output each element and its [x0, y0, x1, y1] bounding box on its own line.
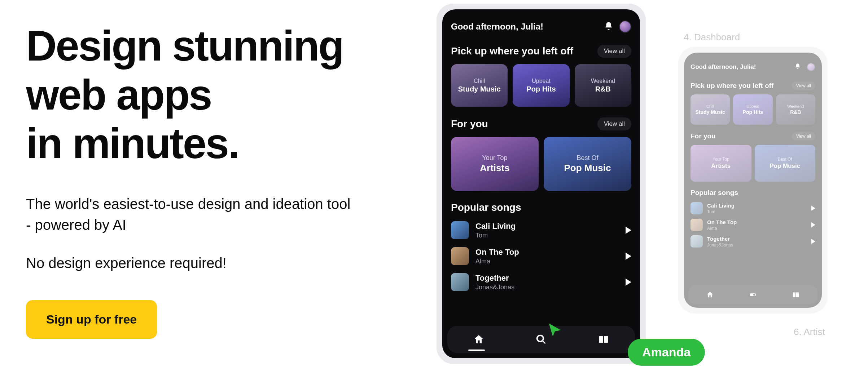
card-line-1: Upbeat — [532, 78, 551, 84]
card-best-of-pop[interactable]: Best Of Pop Music — [544, 137, 631, 191]
card-study-music[interactable]: Chill Study Music — [451, 64, 508, 107]
card-line-2: R&B — [595, 85, 611, 93]
card-your-top-artists: Your Top Artists — [691, 145, 751, 182]
phone-mockups: Good afternoon, Julia! Pick up where you… — [437, 4, 868, 374]
song-thumb — [451, 247, 469, 265]
bell-icon — [794, 63, 801, 71]
song-title: Cali Living — [475, 222, 619, 231]
section-recent-header: Pick up where you left off View all — [451, 45, 631, 58]
song-artist: Alma — [475, 258, 619, 265]
play-icon[interactable] — [626, 253, 631, 260]
avatar[interactable] — [619, 21, 631, 33]
section-foryou-title: For you — [691, 132, 716, 140]
card-your-top-artists[interactable]: Your Top Artists — [451, 137, 539, 191]
song-row[interactable]: Cali Living Tom — [451, 218, 631, 242]
home-icon — [703, 288, 717, 302]
song-artist: Tom — [475, 232, 619, 239]
bell-icon[interactable] — [604, 21, 613, 32]
section-foryou-title: For you — [451, 118, 488, 130]
signup-button[interactable]: Sign up for free — [26, 300, 157, 339]
library-icon[interactable] — [596, 332, 611, 347]
song-artist: Jonas&Jonas — [475, 284, 619, 291]
hero-headline: Design stunning web apps in minutes. — [26, 22, 351, 168]
phone-secondary: Good afternoon, Julia! Pick up where you… — [678, 47, 828, 313]
play-icon[interactable] — [626, 279, 631, 286]
viewall-recent-button: View all — [792, 81, 815, 90]
card-study-music: Chill Study Music — [691, 94, 730, 125]
section-popular-header: Popular songs — [451, 202, 631, 213]
card-rnb[interactable]: Weekend R&B — [575, 64, 631, 107]
svg-point-1 — [753, 294, 755, 296]
headline-line-2: web apps — [26, 71, 211, 119]
bottom-nav — [688, 285, 817, 304]
play-icon[interactable] — [626, 227, 631, 234]
card-rnb: Weekend R&B — [776, 94, 815, 125]
song-artist: Tom — [707, 209, 807, 214]
card-line-2: R&B — [790, 109, 801, 115]
song-row[interactable]: Together Jonas&Jonas — [451, 270, 631, 294]
canvas-label-artist: 6. Artist — [794, 326, 825, 338]
section-popular-title: Popular songs — [691, 189, 738, 197]
card-best-of-pop: Best Of Pop Music — [755, 145, 816, 182]
phone-main-screen: Good afternoon, Julia! Pick up where you… — [442, 9, 640, 358]
song-title: Together — [707, 236, 807, 242]
home-icon[interactable] — [472, 332, 486, 347]
card-line-2: Pop Music — [770, 162, 800, 170]
song-row: Cali Living Tom — [691, 200, 815, 216]
song-thumb — [451, 221, 469, 239]
greeting-text: Good afternoon, Julia! — [451, 22, 543, 32]
collaborator-name: Amanda — [628, 339, 705, 366]
card-line-2: Study Music — [458, 85, 501, 93]
song-row[interactable]: On The Top Alma — [451, 244, 631, 268]
viewall-foryou-button[interactable]: View all — [597, 117, 631, 130]
hero-section: Design stunning web apps in minutes. The… — [26, 22, 351, 339]
card-line-1: Best Of — [577, 154, 598, 162]
viewall-foryou-button: View all — [792, 132, 815, 141]
song-artist: Alma — [707, 226, 807, 231]
card-line-2: Artists — [711, 162, 731, 170]
card-pop-hits[interactable]: Upbeat Pop Hits — [513, 64, 569, 107]
card-line-2: Artists — [480, 162, 509, 174]
songs-list: Cali Living Tom On The Top Alma — [451, 218, 631, 294]
cursor-arrow-icon — [547, 322, 563, 338]
song-row: On The Top Alma — [691, 217, 815, 233]
toggle-icon — [746, 288, 760, 302]
section-recent-title: Pick up where you left off — [451, 45, 573, 57]
play-icon — [811, 206, 815, 211]
song-title: Together — [475, 273, 619, 283]
card-line-1: Weekend — [591, 78, 615, 84]
card-line-1: Your Top — [713, 157, 729, 162]
phone-secondary-screen: Good afternoon, Julia! Pick up where you… — [684, 53, 822, 308]
song-thumb — [691, 219, 703, 231]
song-thumb — [691, 202, 703, 214]
card-line-1: Weekend — [787, 104, 804, 108]
library-icon — [789, 288, 803, 302]
card-line-2: Pop Music — [564, 162, 611, 174]
song-artist: Jonas&Jonas — [707, 242, 807, 248]
card-line-2: Pop Hits — [526, 85, 556, 93]
section-popular-title: Popular songs — [451, 202, 521, 213]
card-line-1: Upbeat — [746, 104, 759, 108]
headline-line-1: Design stunning — [26, 22, 343, 70]
card-line-1: Your Top — [482, 154, 507, 162]
hero-subtext: No design experience required! — [26, 255, 351, 271]
canvas-label-dashboard: 4. Dashboard — [684, 32, 740, 43]
viewall-recent-button[interactable]: View all — [597, 45, 631, 58]
song-thumb — [691, 235, 703, 248]
phone-main: Good afternoon, Julia! Pick up where you… — [437, 4, 646, 364]
song-thumb — [451, 273, 469, 291]
section-recent-title: Pick up where you left off — [691, 82, 773, 90]
phone-header: Good afternoon, Julia! — [451, 19, 631, 34]
play-icon — [811, 222, 815, 227]
recent-cards: Chill Study Music Upbeat Pop Hits Weeken… — [451, 64, 631, 107]
play-icon — [811, 239, 815, 244]
foryou-cards: Your Top Artists Best Of Pop Music — [451, 137, 631, 191]
card-line-1: Chill — [474, 78, 485, 84]
hero-lead: The world's easiest-to-use design and id… — [26, 193, 351, 235]
song-title: On The Top — [707, 219, 807, 225]
card-line-1: Best Of — [778, 157, 792, 162]
nav-active-indicator — [468, 349, 485, 351]
collaborator-cursor: Amanda — [628, 339, 705, 366]
bottom-nav — [447, 326, 635, 353]
search-icon[interactable] — [534, 332, 548, 347]
